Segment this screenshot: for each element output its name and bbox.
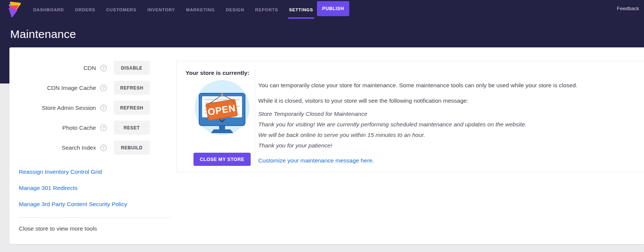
divider [19,217,170,218]
link-reassign-inventory-control-grid[interactable]: Reassign Inventory Control Grid [19,169,127,175]
cdn-disable-button[interactable]: DISABLE [114,61,150,75]
tool-label: CDN Image Cache [47,85,96,91]
help-icon[interactable]: ? [100,144,107,151]
tool-label: Store Admin Session [42,105,96,111]
maintenance-page: DASHBOARD ORDERS CUSTOMERS INVENTORY MAR… [0,0,644,252]
help-icon[interactable]: ? [100,105,107,111]
maintenance-message-line: Thank you for visiting! We are currently… [258,121,633,128]
help-icon[interactable]: ? [100,124,107,131]
store-status-text: You can temporarily close your store for… [258,82,633,164]
tool-links: Reassign Inventory Control Grid Manage 3… [19,169,127,207]
tool-row-search-index: Search Index ? REBUILD [9,141,150,155]
store-open-illustration: OPEN [194,80,250,135]
nav-marketing[interactable]: MARKETING [186,0,215,20]
link-manage-csp[interactable]: Manage 3rd Party Content Security Policy [19,201,127,207]
tool-row-photo-cache: Photo Cache ? RESET [9,121,150,135]
feedback-link[interactable]: Feedback [617,6,639,11]
tool-label: Search Index [62,144,96,151]
close-store-note: Close store to view more tools [19,225,97,232]
tool-label: Photo Cache [62,124,96,131]
closed-notice-text: While it is closed, visitors to your sto… [258,97,633,104]
store-status-heading: Your store is currently: [186,70,249,76]
help-icon[interactable]: ? [100,85,107,91]
nav-reports[interactable]: REPORTS [255,0,278,20]
logo-graphic [8,2,21,17]
page-title: Maintenance [10,28,76,41]
top-nav: DASHBOARD ORDERS CUSTOMERS INVENTORY MAR… [33,0,313,20]
close-my-store-button[interactable]: CLOSE MY STORE [193,153,251,166]
store-admin-session-refresh-button[interactable]: REFRESH [114,101,150,115]
nav-dashboard[interactable]: DASHBOARD [33,0,64,20]
tool-label: CDN [83,65,96,71]
volusion-logo-icon[interactable] [8,2,21,17]
content-card: CDN ? DISABLE CDN Image Cache ? REFRESH … [9,47,644,244]
cdn-image-cache-refresh-button[interactable]: REFRESH [114,81,150,95]
nav-settings[interactable]: SETTINGS [289,0,313,20]
divider [255,70,255,164]
help-icon[interactable]: ? [100,65,107,71]
tool-row-cdn-image-cache: CDN Image Cache ? REFRESH [9,81,150,95]
publish-button[interactable]: PUBLISH [317,1,349,16]
tool-row-cdn: CDN ? DISABLE [9,61,150,75]
maintenance-message-line: We will be back online to serve you with… [258,132,633,138]
tool-row-store-admin-session: Store Admin Session ? REFRESH [9,101,150,115]
monitor-stand-base [211,129,233,133]
link-manage-301-redirects[interactable]: Manage 301 Redirects [19,185,127,191]
maintenance-tools: CDN ? DISABLE CDN Image Cache ? REFRESH … [9,61,150,161]
maintenance-message-line: Store Temporarily Closed for Maintenance [258,111,633,117]
maintenance-info-text: You can temporarily close your store for… [258,82,633,88]
search-index-rebuild-button[interactable]: REBUILD [114,141,150,155]
open-monitor-graphic: OPEN [194,80,250,135]
customize-message-link[interactable]: Customize your maintenance message here. [258,157,374,164]
nav-orders[interactable]: ORDERS [75,0,95,20]
nav-design[interactable]: DESIGN [226,0,244,20]
nav-inventory[interactable]: INVENTORY [147,0,175,20]
photo-cache-reset-button[interactable]: RESET [114,121,150,135]
nav-customers[interactable]: CUSTOMERS [106,0,136,20]
maintenance-message-line: Thank you for your patience! [258,142,633,149]
sign-pin [221,93,224,96]
store-status-panel: Your store is currently: [177,61,644,172]
